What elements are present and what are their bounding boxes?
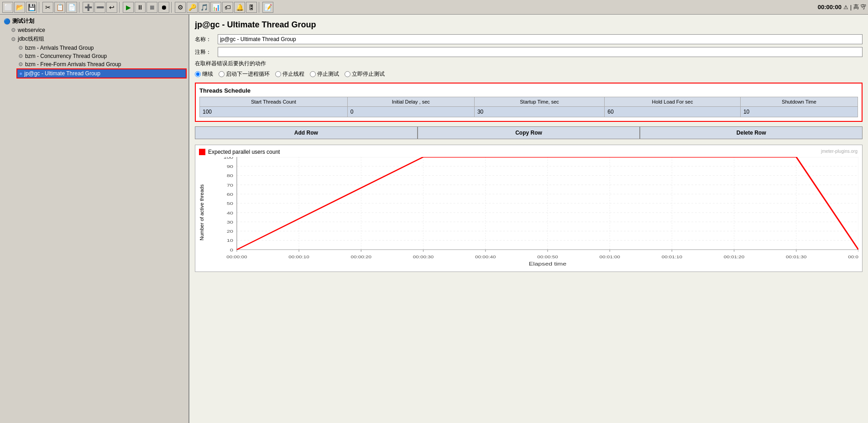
toolbar-open-btn[interactable]: 📂	[14, 2, 25, 13]
svg-text:00:01:20: 00:01:20	[724, 255, 745, 259]
left-panel: 🔵 测试计划 ⚙ webservice ⚙ jdbc线程组 ⚙ bzm - Ar…	[0, 15, 189, 423]
tree-bzm-concurrency[interactable]: ⚙ bzm - Concurrency Thread Group	[2, 52, 187, 60]
svg-text:40: 40	[227, 210, 233, 215]
col-startup-time: Startup Time, sec	[474, 97, 604, 107]
copy-row-button[interactable]: Copy Row	[418, 126, 640, 139]
root-icon: 🔵	[4, 18, 10, 25]
jpgc-label: jp@gc - Ultimate Thread Group	[24, 70, 100, 77]
webservice-icon: ⚙	[11, 27, 16, 33]
schedule-table: Start Threads Count Initial Delay , sec …	[199, 97, 858, 117]
name-row: 名称：	[195, 34, 863, 44]
radio-stop-now[interactable]: 立即停止测试	[345, 70, 385, 78]
chart-watermark: jmeter-plugins.org	[821, 149, 858, 154]
radio-stop-now-label: 立即停止测试	[352, 70, 385, 78]
svg-text:00:01:30: 00:01:30	[786, 255, 807, 259]
separator-text: |	[850, 4, 852, 10]
radio-stop-test[interactable]: 停止测试	[310, 70, 339, 78]
toolbar-label2: 守	[861, 3, 866, 11]
cell-start-threads: 100	[200, 107, 348, 117]
tree-root[interactable]: 🔵 测试计划	[2, 16, 187, 26]
toolbar-pause-btn[interactable]: ⏸	[135, 2, 146, 13]
toolbar-expand-btn[interactable]: ➕	[83, 2, 94, 13]
tree-bzm-arrivals[interactable]: ⚙ bzm - Arrivals Thread Group	[2, 44, 187, 52]
col-initial-delay: Initial Delay , sec	[347, 97, 474, 107]
bzm-freeform-icon: ⚙	[18, 61, 23, 68]
col-hold-load: Hold Load For sec	[605, 97, 741, 107]
toolbar-note-btn[interactable]: 📝	[262, 2, 273, 13]
svg-text:00:00:40: 00:00:40	[475, 255, 496, 259]
toolbar-tag-btn[interactable]: 🏷	[222, 2, 233, 13]
bzm-arrivals-label: bzm - Arrivals Thread Group	[25, 45, 94, 51]
tree-jdbc[interactable]: ⚙ jdbc线程组	[2, 34, 187, 44]
svg-text:00:00:00: 00:00:00	[226, 255, 247, 259]
comment-input[interactable]	[218, 47, 863, 57]
toolbar-stop-btn[interactable]: ⏹	[146, 2, 157, 13]
svg-text:100: 100	[223, 157, 233, 159]
y-axis-label: Number of active threads	[199, 157, 206, 268]
toolbar-music-btn[interactable]: 🎵	[199, 2, 209, 13]
name-input[interactable]	[218, 34, 863, 44]
button-row: Add Row Copy Row Delete Row	[195, 126, 863, 139]
radio-next-loop[interactable]: 启动下一进程循环	[219, 70, 270, 78]
chart-inner: Number of active threads	[199, 157, 858, 268]
toolbar-cut-btn[interactable]: ✂	[42, 2, 53, 13]
svg-text:0: 0	[230, 248, 233, 252]
chart-container: Expected parallel users count jmeter-plu…	[195, 145, 863, 272]
svg-text:60: 60	[227, 192, 233, 197]
toolbar-settings-btn[interactable]: ⚙	[175, 2, 186, 13]
name-label: 名称：	[195, 36, 218, 43]
tree-webservice[interactable]: ⚙ webservice	[2, 26, 187, 34]
svg-text:30: 30	[227, 220, 233, 225]
toolbar-paste-btn[interactable]: 📄	[66, 2, 77, 13]
svg-text:00:01:10: 00:01:10	[662, 255, 683, 259]
schedule-box: Threads Schedule Start Threads Count Ini…	[195, 83, 863, 122]
radio-stop-test-label: 停止测试	[317, 70, 339, 78]
cell-hold-load: 60	[605, 107, 741, 117]
svg-text:00:00:50: 00:00:50	[537, 255, 558, 259]
svg-text:20: 20	[227, 229, 233, 234]
svg-text:00:00:30: 00:00:30	[413, 255, 434, 259]
toolbar-control-btn[interactable]: 🎛	[246, 2, 257, 13]
jpgc-icon: ●	[19, 70, 22, 77]
toolbar-copy-btn[interactable]: 📋	[54, 2, 65, 13]
toolbar-key-btn[interactable]: 🔑	[187, 2, 198, 13]
cell-initial-delay: 0	[347, 107, 474, 117]
table-row[interactable]: 100 0 30 60 10	[200, 107, 858, 117]
delete-row-button[interactable]: Delete Row	[640, 126, 863, 139]
toolbar-record-btn[interactable]: ⏺	[158, 2, 169, 13]
toolbar-undo-btn[interactable]: ↩	[106, 2, 117, 13]
main-container: 🔵 测试计划 ⚙ webservice ⚙ jdbc线程组 ⚙ bzm - Ar…	[0, 15, 868, 423]
radio-continue[interactable]: 继续	[195, 70, 213, 78]
svg-text:00:01:00: 00:01:00	[599, 255, 620, 259]
col-start-threads: Start Threads Count	[200, 97, 348, 107]
toolbar-collapse-btn[interactable]: ➖	[94, 2, 105, 13]
svg-text:00:01:40: 00:01:40	[848, 255, 858, 259]
legend-label: Expected parallel users count	[208, 149, 280, 155]
jdbc-label: jdbc线程组	[18, 35, 44, 43]
toolbar-bell-btn[interactable]: 🔔	[234, 2, 245, 13]
toolbar-new-btn[interactable]: ⬜	[2, 2, 13, 13]
radio-next-loop-label: 启动下一进程循环	[226, 70, 270, 78]
svg-text:00:00:20: 00:00:20	[351, 255, 372, 259]
toolbar-run-btn[interactable]: ▶	[123, 2, 134, 13]
toolbar: ⬜ 📂 💾 ✂ 📋 📄 ➕ ➖ ↩ ▶ ⏸ ⏹ ⏺ ⚙ 🔑 🎵 📊 🏷 🔔 🎛 …	[0, 0, 868, 15]
tree-bzm-freeform[interactable]: ⚙ bzm - Free-Form Arrivals Thread Group	[2, 60, 187, 68]
chart-area: 0 10 20 30 40 50 60 70 80 90 100 00:00:0…	[207, 157, 858, 268]
error-action-label: 在取样器错误后要执行的动作	[195, 60, 863, 68]
comment-row: 注释：	[195, 47, 863, 57]
tree-jpgc-ultimate[interactable]: ● jp@gc - Ultimate Thread Group	[2, 68, 187, 78]
panel-title: jp@gc - Ultimate Thread Group	[195, 20, 863, 30]
svg-text:00:00:10: 00:00:10	[288, 255, 309, 259]
toolbar-save-btn[interactable]: 💾	[26, 2, 37, 13]
bzm-freeform-label: bzm - Free-Form Arrivals Thread Group	[25, 61, 121, 68]
timer-display: 00:00:00	[818, 4, 842, 10]
bzm-arrivals-icon: ⚙	[18, 45, 23, 51]
col-shutdown-time: Shutdown Time	[740, 97, 858, 107]
toolbar-label1: 高	[853, 3, 859, 11]
add-row-button[interactable]: Add Row	[195, 126, 418, 139]
radio-group: 继续 启动下一进程循环 停止线程 停止测试 立即停止测试	[195, 70, 863, 78]
radio-stop-thread[interactable]: 停止线程	[275, 70, 304, 78]
toolbar-chart-btn[interactable]: 📊	[210, 2, 221, 13]
chart-svg: 0 10 20 30 40 50 60 70 80 90 100 00:00:0…	[207, 157, 858, 266]
legend-color-box	[199, 149, 205, 155]
